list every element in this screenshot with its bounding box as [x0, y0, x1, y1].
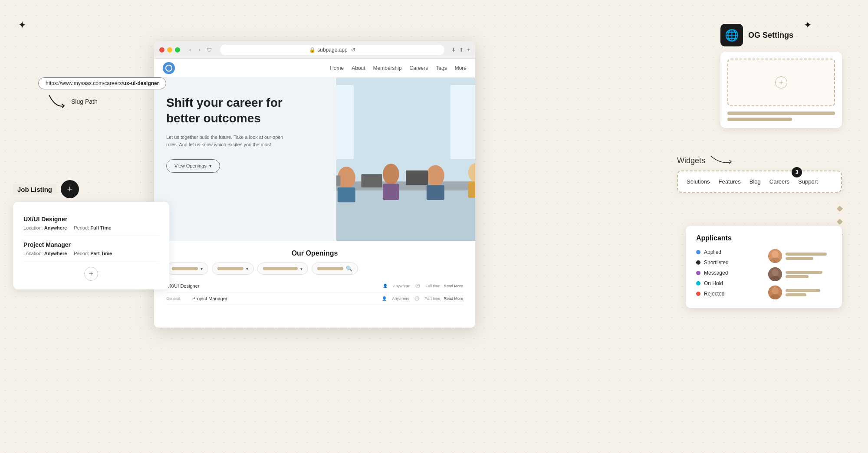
opening-period-icon-2: 🕐	[414, 296, 419, 301]
opening-item-2: General Project Manager 👤 Anywhere 🕐 Par…	[166, 292, 463, 305]
diamond-decoration-1	[837, 206, 843, 212]
svg-rect-15	[406, 171, 428, 185]
og-image-upload[interactable]: +	[727, 59, 835, 106]
filter-dropdown-3[interactable]: ▾	[257, 263, 308, 275]
site-navigation: Home About Membership Careers Tags More	[154, 59, 475, 78]
applicant-bar-bottom-1	[786, 257, 813, 260]
applicant-row-2	[768, 267, 832, 281]
job-item-1: UX/UI Designer Location: Anywhere Period…	[23, 210, 159, 236]
browser-toolbar: ‹ › 🛡 🔒 subpage.app ↺ ⬇ ⬆ +	[154, 41, 475, 59]
job-listing-label-row: Job Listing +	[13, 180, 169, 198]
browser-forward-icon[interactable]: ›	[196, 46, 204, 54]
filter-bar: ▾ ▾ ▾ 🔍	[166, 263, 463, 275]
nav-home[interactable]: Home	[330, 65, 344, 71]
applicant-avatar-3	[768, 286, 782, 299]
office-illustration	[336, 78, 475, 241]
job-add-button[interactable]: +	[61, 180, 79, 198]
filter-dropdown-1[interactable]: ▾	[166, 263, 208, 275]
job-card-add-row: +	[23, 267, 159, 281]
read-more-link-2[interactable]: Read More	[444, 296, 463, 301]
chevron-down-icon: ▾	[209, 163, 212, 169]
browser-back-icon[interactable]: ‹	[186, 46, 194, 54]
hero-image	[336, 78, 475, 241]
filter-dropdown-2[interactable]: ▾	[212, 263, 254, 275]
og-upload-plus-icon[interactable]: +	[775, 76, 787, 89]
chevron-icon-2: ▾	[246, 266, 248, 271]
og-settings-title: OG Settings	[748, 31, 793, 40]
widget-nav-blog[interactable]: Blog	[750, 178, 761, 185]
nav-membership[interactable]: Membership	[373, 65, 402, 71]
slug-label-container: Slug Path	[47, 93, 166, 110]
share-icon[interactable]: ⬆	[459, 47, 464, 53]
view-openings-button[interactable]: View Openings ▾	[166, 159, 220, 173]
diamond-decoration-2	[837, 219, 843, 225]
svg-rect-3	[336, 85, 354, 159]
rejected-label: Rejected	[704, 291, 724, 297]
svg-rect-4	[336, 189, 475, 241]
job-title-1: UX/UI Designer	[23, 216, 159, 223]
hero-title: Shift your career for better outcomes	[166, 95, 324, 127]
browser-traffic-lights	[159, 47, 180, 53]
widget-nav-features[interactable]: Features	[718, 178, 740, 185]
browser-minimize-dot[interactable]	[167, 47, 172, 53]
job-period-1: Full Time	[90, 225, 111, 230]
slug-annotation: https://www.mysaas.com/careers/ux-ui-des…	[38, 77, 166, 110]
opening-location-icon-2: 👤	[382, 296, 387, 301]
browser-window: ‹ › 🛡 🔒 subpage.app ↺ ⬇ ⬆ + Home About M…	[154, 41, 475, 328]
site-nav-links: Home About Membership Careers Tags More	[330, 65, 467, 71]
browser-maximize-dot[interactable]	[175, 47, 180, 53]
widget-nav-solutions[interactable]: Solutions	[687, 178, 710, 185]
browser-shield-icon: 🛡	[205, 46, 213, 54]
opening-period-1: Full time	[425, 284, 440, 288]
og-title-bar	[727, 112, 835, 115]
svg-rect-7	[338, 187, 355, 202]
job-card-add-button[interactable]: +	[84, 267, 98, 281]
read-more-link-1[interactable]: Read More	[444, 284, 463, 288]
opening-meta-2: 👤 Anywhere 🕐 Part time	[382, 296, 440, 301]
widget-nav-support[interactable]: Support	[798, 178, 818, 185]
new-tab-icon[interactable]: +	[467, 47, 470, 53]
applicant-bars-2	[786, 271, 832, 278]
messaged-label: Messaged	[704, 270, 728, 276]
chevron-icon-3: ▾	[300, 266, 302, 271]
shortlisted-label: Shortlisted	[704, 259, 729, 266]
svg-rect-14	[361, 174, 382, 187]
search-filter[interactable]: 🔍	[312, 263, 358, 275]
widget-nav-careers[interactable]: Careers	[769, 178, 789, 185]
nav-tags[interactable]: Tags	[436, 65, 447, 71]
browser-address-bar[interactable]: 🔒 subpage.app ↺	[220, 45, 444, 55]
opening-item-1: UX/UI Designer 👤 Anywhere 🕐 Full time Re…	[166, 280, 463, 292]
globe-icon: 🌐	[725, 29, 739, 42]
browser-close-dot[interactable]	[159, 47, 164, 53]
applicant-avatar-1	[768, 249, 782, 263]
shortlisted-dot	[696, 260, 700, 265]
svg-rect-11	[427, 185, 444, 200]
og-subtitle-bar	[727, 118, 792, 121]
job-location-2: Anywhere	[44, 251, 67, 256]
svg-rect-16	[336, 176, 341, 186]
legend-shortlisted: Shortlisted	[696, 259, 760, 266]
download-icon[interactable]: ⬇	[451, 47, 456, 53]
site-logo-inner	[165, 65, 172, 72]
messaged-dot	[696, 271, 700, 275]
opening-title-2: Project Manager	[192, 296, 382, 301]
applicant-avatar-2	[768, 267, 782, 281]
job-period-2: Part Time	[90, 251, 112, 256]
nav-more[interactable]: More	[455, 65, 467, 71]
url-base: https://www.mysaas.com/careers/	[46, 80, 123, 86]
applicants-card: Applicants Applied Shortlisted Messaged	[686, 226, 842, 308]
svg-point-18	[772, 251, 779, 258]
widgets-nav-card: Solutions Features Blog Careers Support …	[677, 171, 842, 193]
widgets-label: Widgets	[677, 154, 842, 167]
applicant-bar-top-3	[786, 289, 820, 292]
filter-bar-3	[263, 267, 298, 270]
slug-label-text: Slug Path	[71, 98, 98, 105]
sparkle-icon: ✦	[18, 20, 26, 31]
applied-dot	[696, 250, 700, 254]
applicants-section: Applicants Applied Shortlisted Messaged	[686, 226, 842, 308]
svg-point-10	[427, 165, 444, 186]
job-listing-card: UX/UI Designer Location: Anywhere Period…	[13, 202, 169, 289]
nav-about[interactable]: About	[352, 65, 365, 71]
nav-careers[interactable]: Careers	[410, 65, 428, 71]
url-display: subpage.app	[317, 47, 347, 53]
